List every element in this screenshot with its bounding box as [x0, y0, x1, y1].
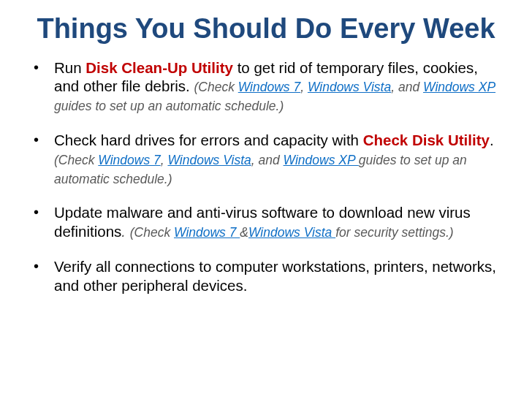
slide: Things You Should Do Every Week Run Disk… — [0, 0, 532, 399]
text: & — [240, 225, 248, 240]
link-windows-xp[interactable]: Windows XP — [284, 153, 359, 167]
link-windows-xp[interactable]: Windows XP — [423, 80, 495, 94]
text: . — [121, 223, 129, 240]
emphasis-text: Check Disk Utility — [363, 132, 490, 148]
text: (Check — [54, 153, 98, 167]
text: (Check — [194, 80, 238, 94]
note-text: (Check Windows 7, Windows Vista, and Win… — [54, 153, 467, 186]
link-windows-7[interactable]: Windows 7 — [174, 225, 240, 240]
link-windows-vista[interactable]: Windows Vista — [248, 225, 335, 240]
text: , — [161, 153, 168, 167]
emphasis-text: Disk Clean-Up Utility — [86, 59, 233, 76]
text: , and — [391, 80, 423, 94]
list-item: Check hard drives for errors and capacit… — [34, 131, 504, 187]
text: . — [490, 132, 494, 148]
slide-title: Things You Should Do Every Week — [20, 13, 512, 45]
list-item: Update malware and anti-virus software t… — [34, 203, 504, 241]
text: , — [300, 80, 308, 94]
text: for security settings.) — [335, 225, 453, 240]
text: Verify all connections to computer works… — [54, 258, 496, 294]
text: guides to set up an automatic schedule.) — [54, 99, 284, 113]
list-item: Run Disk Clean-Up Utility to get rid of … — [34, 58, 504, 115]
link-windows-vista[interactable]: Windows Vista — [308, 80, 391, 94]
text: Check hard drives for errors and capacit… — [54, 132, 363, 148]
text: Run — [54, 59, 86, 76]
bullet-list: Run Disk Clean-Up Utility to get rid of … — [20, 58, 512, 295]
link-windows-7[interactable]: Windows 7 — [238, 80, 300, 94]
text: , and — [251, 153, 284, 167]
link-windows-vista[interactable]: Windows Vista — [167, 153, 251, 167]
note-text: . (Check Windows 7 &Windows Vista for se… — [121, 225, 453, 240]
text: (Check — [130, 225, 174, 240]
list-item: Verify all connections to computer works… — [34, 257, 504, 294]
link-windows-7[interactable]: Windows 7 — [98, 153, 160, 167]
